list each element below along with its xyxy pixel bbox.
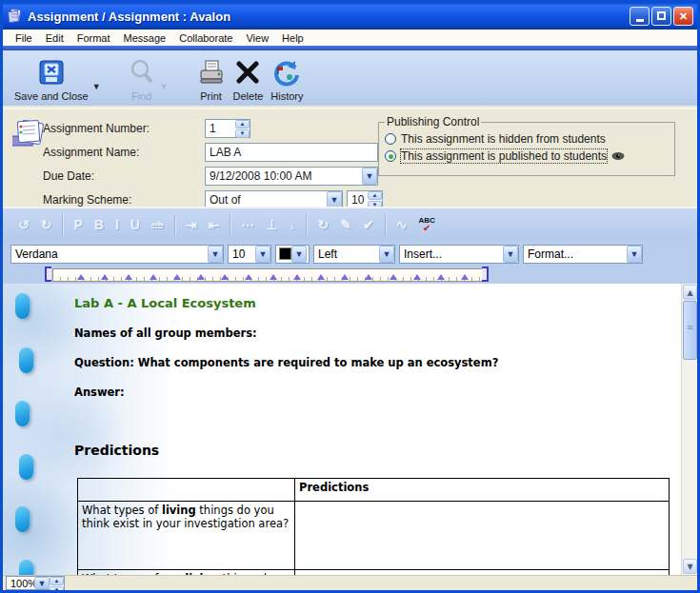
underline-icon[interactable]: U (125, 217, 146, 232)
menubar: File Edit Format Message Collaborate Vie… (3, 30, 697, 46)
italic-icon[interactable]: I (110, 217, 125, 232)
save-dropdown-arrow[interactable]: ▼ (92, 82, 101, 91)
stationery-bead (15, 293, 30, 319)
font-color-picker[interactable]: ▼ (275, 245, 310, 264)
left-margin-marker[interactable] (45, 267, 51, 282)
assignment-name-input[interactable]: LAB A (205, 143, 378, 162)
zoom-up-icon[interactable]: ▲ (50, 577, 64, 585)
indent-decrease-icon[interactable]: ⇤ (203, 217, 226, 232)
edit-pen-icon[interactable]: ✎ (334, 217, 357, 232)
signature-icon[interactable]: ∿ (390, 217, 413, 232)
insert-combobox[interactable]: Insert... ▼ (399, 245, 519, 264)
table-row: What types of living things do you think… (78, 502, 670, 570)
save-and-close-button[interactable]: Save and Close (10, 54, 92, 104)
scroll-down-icon[interactable]: ▼ (683, 559, 697, 574)
published-radio[interactable] (385, 150, 396, 162)
undo-icon[interactable]: ↺ (12, 217, 35, 232)
indent-increase-icon[interactable]: ⇥ (180, 217, 203, 232)
predictions-table: Predictions What types of living things … (77, 478, 670, 575)
answer-cell[interactable] (295, 502, 670, 570)
spellcheck-icon[interactable]: ABC✔ (412, 217, 440, 232)
table-header-row: Predictions (78, 479, 670, 502)
number-up-icon[interactable]: ▲ (235, 120, 250, 128)
format-combobox[interactable]: Format... ▼ (523, 245, 643, 264)
font-color-dropdown-icon[interactable]: ▼ (291, 246, 307, 263)
history-label: History (270, 90, 303, 102)
hidden-option-row[interactable]: This assignment is hidden from students (385, 130, 669, 148)
assignment-number-spinner[interactable]: 1 ▲▼ (205, 119, 250, 138)
alignment-dropdown-icon[interactable]: ▼ (379, 246, 394, 263)
menu-message[interactable]: Message (117, 31, 173, 45)
find-dropdown-arrow[interactable]: ▼ (160, 82, 169, 91)
find-label: Find (131, 90, 151, 102)
approve-check-icon[interactable]: ✔ (357, 217, 380, 232)
close-button[interactable]: ✕ (673, 7, 693, 26)
header-cell-predictions: Predictions (295, 479, 670, 502)
stationery-bead (15, 506, 30, 532)
publishing-control-group: Publishing Control This assignment is hi… (378, 115, 675, 176)
font-size-value: 10 (229, 247, 255, 261)
insert-dropdown-icon[interactable]: ▼ (503, 246, 518, 263)
strikethrough-icon[interactable]: ab (146, 219, 170, 230)
zoom-down-icon[interactable]: ▼ (50, 586, 64, 593)
ruler[interactable] (52, 268, 483, 282)
due-date-combobox[interactable]: 9/12/2008 10:00 AM ▼ (205, 167, 378, 186)
question-cell: What types of living things do you think… (78, 502, 295, 570)
document-editor[interactable]: Lab A - A Local Ecosystem Names of all g… (3, 284, 697, 575)
scroll-up-icon[interactable]: ▲ (683, 285, 697, 300)
format-dropdown-icon[interactable]: ▼ (627, 246, 642, 263)
tab-stop-marker (317, 274, 325, 280)
font-family-dropdown-icon[interactable]: ▼ (208, 246, 223, 263)
paragraph-icon[interactable]: P (68, 217, 88, 232)
tab-stop-marker (270, 274, 277, 280)
save-icon (37, 58, 66, 87)
stationery-bead (15, 401, 30, 426)
menu-format[interactable]: Format (70, 31, 117, 45)
app-icon (7, 9, 23, 24)
revert-icon[interactable]: ↻ (311, 217, 334, 232)
vertical-scrollbar[interactable]: ▲ ▼ (681, 284, 697, 575)
zoom-control[interactable]: 100% ▼ ▲▼ (6, 576, 65, 590)
insert-below-icon[interactable]: ↓ (283, 217, 301, 232)
due-date-label: Due Date: (43, 169, 94, 183)
delete-button[interactable]: Delete (230, 54, 268, 104)
history-button[interactable]: History (267, 54, 307, 104)
tab-stop-marker (293, 274, 301, 280)
maximize-button[interactable] (651, 7, 671, 26)
tab-stop-marker (341, 274, 349, 280)
hidden-radio[interactable] (385, 133, 396, 145)
question-line: Question: What components are required t… (74, 356, 674, 369)
print-button[interactable]: Print (193, 54, 230, 104)
font-size-dropdown-icon[interactable]: ▼ (255, 246, 270, 263)
document-title: Lab A - A Local Ecosystem (74, 296, 674, 310)
minimize-button[interactable] (630, 7, 650, 26)
menu-help[interactable]: Help (275, 31, 310, 45)
assignment-number-label: Assignment Number: (43, 122, 150, 135)
alignment-combobox[interactable]: Left ▼ (313, 245, 395, 264)
save-and-close-label: Save and Close (14, 90, 89, 102)
points-up-icon[interactable]: ▲ (368, 191, 382, 200)
hidden-option-label: This assignment is hidden from students (401, 132, 606, 146)
tab-stop-marker (150, 274, 157, 280)
menu-file[interactable]: File (9, 31, 39, 45)
bold-icon[interactable]: B (89, 217, 110, 232)
menu-collaborate[interactable]: Collaborate (172, 31, 239, 45)
font-family-combobox[interactable]: Verdana ▼ (10, 245, 224, 264)
menu-edit[interactable]: Edit (39, 31, 70, 45)
tab-stop-marker (101, 274, 109, 280)
line-spacing-icon[interactable]: ⋯ (235, 217, 260, 232)
marking-points-value: 10 (348, 193, 368, 207)
menu-view[interactable]: View (239, 31, 275, 45)
scrollbar-thumb[interactable] (683, 301, 697, 360)
find-button[interactable]: Find (124, 54, 160, 104)
due-date-dropdown-icon[interactable]: ▼ (362, 168, 377, 185)
right-margin-marker[interactable] (482, 267, 489, 282)
paragraph-spacing-icon[interactable]: ⊥ (260, 217, 283, 232)
font-size-combobox[interactable]: 10 ▼ (228, 245, 271, 264)
assignment-form: Assignment Number: 1 ▲▼ Assignment Name:… (3, 108, 697, 207)
number-down-icon[interactable]: ▼ (235, 129, 250, 138)
zoom-dropdown-icon[interactable]: ▼ (34, 577, 50, 589)
redo-icon[interactable]: ↻ (35, 217, 58, 232)
assignment-name-label: Assignment Name: (43, 146, 139, 159)
published-option-row[interactable]: This assignment is published to students (385, 148, 669, 165)
